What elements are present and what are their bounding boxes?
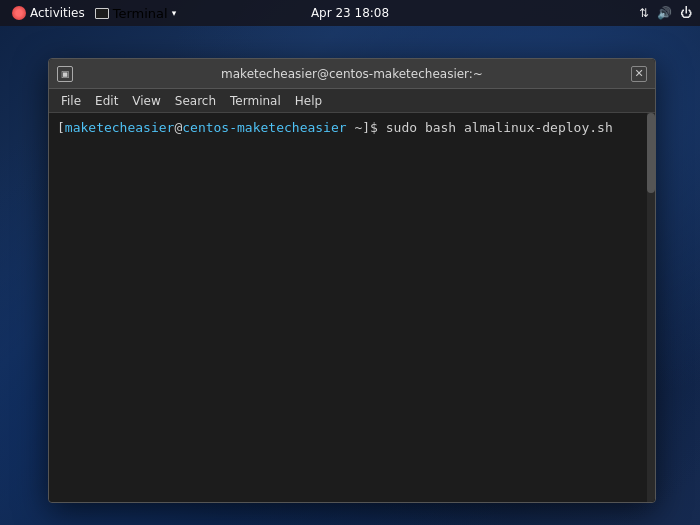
terminal-app-label: Terminal ▾ [95, 6, 176, 21]
terminal-title: maketecheasier@centos-maketecheasier:~ [221, 67, 483, 81]
desktop: Activities Terminal ▾ Apr 23 18:08 ⇅ 🔊 ⏻… [0, 0, 700, 525]
prompt-dollar: $ [370, 120, 386, 135]
menu-view[interactable]: View [126, 92, 166, 110]
prompt-host: centos-maketecheasier [182, 120, 346, 135]
scrollbar-thumb [647, 113, 655, 193]
panel-left: Activities Terminal ▾ [8, 4, 176, 22]
terminal-content[interactable]: [maketecheasier@centos-maketecheasier ~]… [49, 113, 655, 502]
activities-icon [12, 6, 26, 20]
terminal-app-icon [95, 8, 109, 19]
datetime-text: Apr 23 18:08 [311, 6, 389, 20]
terminal-window: ▣ maketecheasier@centos-maketecheasier:~… [48, 58, 656, 503]
activities-label: Activities [30, 6, 85, 20]
prompt-path: ~] [347, 120, 370, 135]
panel-right: ⇅ 🔊 ⏻ [639, 6, 692, 20]
terminal-output: [maketecheasier@centos-maketecheasier ~]… [57, 119, 647, 137]
terminal-dropdown-icon: ▾ [172, 8, 177, 18]
titlebar-left: ▣ [57, 66, 73, 82]
close-button[interactable]: ✕ [631, 66, 647, 82]
panel-datetime: Apr 23 18:08 [311, 6, 389, 20]
terminal-titlebar: ▣ maketecheasier@centos-maketecheasier:~… [49, 59, 655, 89]
terminal-scrollbar[interactable] [647, 113, 655, 502]
top-panel: Activities Terminal ▾ Apr 23 18:08 ⇅ 🔊 ⏻ [0, 0, 700, 26]
terminal-menubar: File Edit View Search Terminal Help [49, 89, 655, 113]
sound-icon[interactable]: 🔊 [657, 6, 672, 20]
menu-search[interactable]: Search [169, 92, 222, 110]
menu-file[interactable]: File [55, 92, 87, 110]
menu-help[interactable]: Help [289, 92, 328, 110]
prompt-user: maketecheasier [65, 120, 175, 135]
terminal-app-name: Terminal [113, 6, 168, 21]
prompt-bracket-open: [ [57, 120, 65, 135]
menu-terminal[interactable]: Terminal [224, 92, 287, 110]
terminal-window-icon: ▣ [57, 66, 73, 82]
menu-edit[interactable]: Edit [89, 92, 124, 110]
power-icon[interactable]: ⏻ [680, 6, 692, 20]
activities-button[interactable]: Activities [8, 4, 89, 22]
command-text: sudo bash almalinux-deploy.sh [386, 120, 613, 135]
network-icon[interactable]: ⇅ [639, 6, 649, 20]
titlebar-right: ✕ [631, 66, 647, 82]
